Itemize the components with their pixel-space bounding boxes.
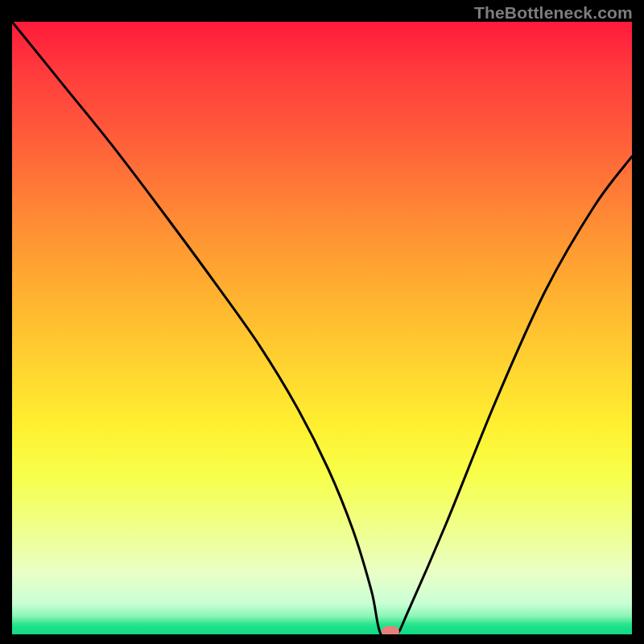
- watermark-text: TheBottleneck.com: [474, 3, 633, 23]
- bottleneck-curve: [12, 22, 632, 634]
- curve-path: [12, 22, 632, 634]
- optimum-marker: [382, 626, 399, 634]
- plot-area: [12, 22, 632, 634]
- chart-frame: TheBottleneck.com: [0, 0, 644, 644]
